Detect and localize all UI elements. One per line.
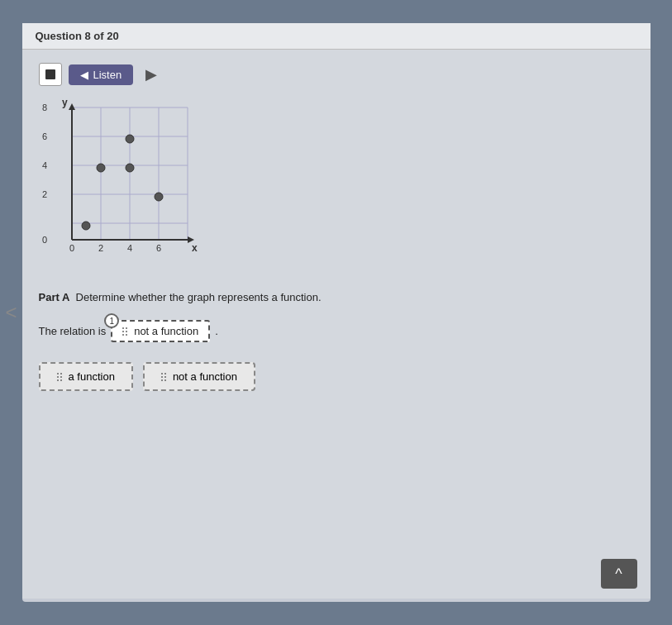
dropdown-number: 1 [104, 313, 119, 328]
listen-label: Listen [93, 69, 122, 81]
svg-point-27 [97, 164, 105, 172]
nav-up-icon: ^ [615, 565, 622, 583]
choice-function-button[interactable]: a function [39, 362, 133, 391]
svg-text:4: 4 [42, 160, 47, 170]
dropdown-value: not a function [134, 325, 198, 337]
choice-not-function-button[interactable]: not a function [143, 362, 255, 391]
svg-text:6: 6 [156, 243, 161, 253]
drag-handle-icon [122, 327, 127, 336]
stop-icon [45, 69, 55, 79]
play-button[interactable]: ▶ [140, 63, 163, 86]
svg-text:0: 0 [42, 235, 47, 245]
svg-text:4: 4 [127, 243, 132, 253]
relation-line: The relation is 1 not a function . [39, 320, 634, 342]
listen-button[interactable]: ◀ Listen [69, 64, 134, 85]
listen-bar: ◀ Listen ▶ [39, 63, 634, 86]
part-a-section: Part A Determine whether the graph repre… [39, 291, 634, 303]
relation-period: . [215, 325, 218, 337]
question-header: Question 8 of 20 [22, 23, 651, 50]
svg-point-28 [126, 164, 134, 172]
drag-handle-icon [57, 373, 62, 381]
content-area: ◀ Listen ▶ [22, 50, 651, 599]
graph-wrapper: 8 6 4 2 0 y 0 2 4 6 x [39, 99, 221, 276]
stop-button[interactable] [39, 63, 62, 86]
part-a-text: Determine whether the graph represents a… [76, 291, 322, 303]
left-nav-arrow[interactable]: < [6, 301, 17, 324]
svg-marker-13 [69, 103, 75, 110]
answer-choices: a function not a function [39, 362, 634, 391]
svg-text:x: x [192, 242, 198, 254]
nav-up-button[interactable]: ^ [601, 559, 637, 589]
svg-point-29 [126, 135, 134, 143]
choice-not-function-label: not a function [173, 370, 237, 383]
svg-text:y: y [62, 99, 68, 108]
play-icon: ▶ [145, 65, 157, 83]
listen-icon: ◀ [80, 69, 88, 81]
relation-dropdown[interactable]: 1 not a function [111, 320, 210, 342]
svg-point-30 [155, 193, 163, 201]
coordinate-graph: 8 6 4 2 0 y 0 2 4 6 x [39, 99, 221, 273]
svg-point-26 [82, 222, 90, 230]
svg-text:0: 0 [69, 243, 74, 253]
svg-text:2: 2 [98, 243, 103, 253]
svg-text:6: 6 [42, 131, 47, 141]
part-a-label: Part A [39, 291, 70, 303]
drag-handle-icon [161, 373, 166, 381]
svg-text:8: 8 [42, 103, 47, 112]
relation-prefix: The relation is [39, 325, 107, 337]
question-label: Question 8 of 20 [36, 30, 119, 42]
graph-section: 8 6 4 2 0 y 0 2 4 6 x [39, 99, 634, 276]
main-container: < Question 8 of 20 ◀ Listen ▶ [22, 23, 651, 602]
choice-function-label: a function [69, 370, 115, 383]
svg-text:2: 2 [42, 189, 47, 199]
